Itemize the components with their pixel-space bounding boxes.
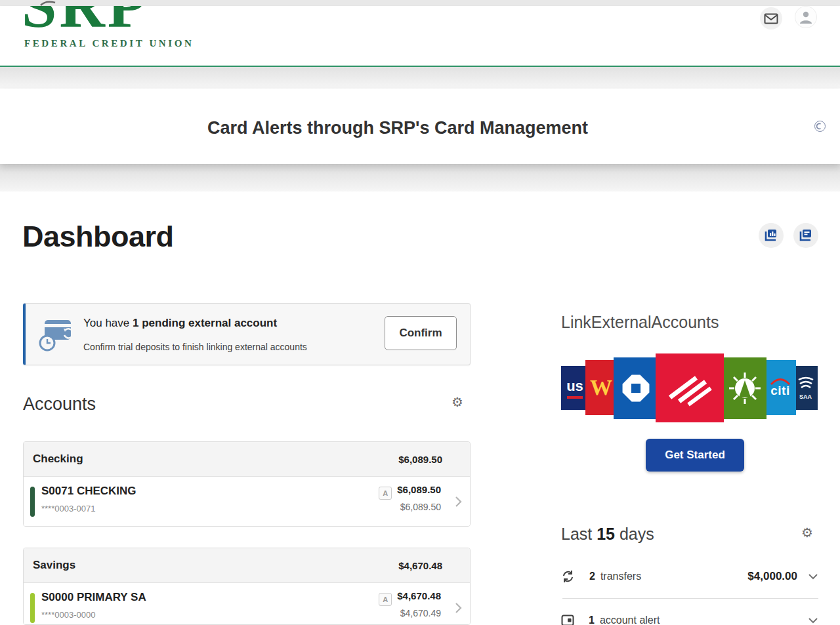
gradient-band-top — [0, 67, 840, 89]
browser-edge-strip — [0, 0, 840, 6]
account-balance: $6,089.50 — [397, 484, 441, 495]
bank-logo-fidelity — [723, 357, 766, 419]
bank-logo-usbank: us — [561, 366, 589, 410]
accounts-settings-gear-icon[interactable]: ⚙ — [452, 395, 463, 409]
bank-logo-citi: citi — [765, 360, 796, 415]
checking-group-header: Checking $6,089.50 — [24, 442, 470, 477]
promo-banner-title: Card Alerts through SRP's Card Managemen… — [0, 118, 795, 138]
transfer-amount: $4,000.00 — [747, 570, 797, 583]
alert-text: You have 1 pending external account — [83, 317, 277, 330]
bank-logo-chase — [614, 357, 658, 419]
alert-subtext: Confirm trial deposits to finish linking… — [83, 342, 307, 352]
account-row-checking[interactable]: S0071 CHECKING ****0003-0071 A$6,089.50 … — [24, 477, 470, 527]
account-balance: $4,670.48 — [397, 590, 441, 601]
savings-group-header: Savings $4,670.48 — [24, 548, 470, 583]
gradient-band-bottom — [0, 164, 840, 192]
mail-icon — [764, 13, 778, 24]
bank-logos-collage: us W citi — [560, 353, 818, 423]
chevron-down-icon[interactable] — [808, 617, 818, 624]
sync-transfers-icon — [561, 570, 575, 583]
account-title: S0071 CHECKING — [41, 485, 136, 498]
alert-badge: A — [379, 487, 392, 500]
get-started-button[interactable]: Get Started — [646, 439, 744, 472]
page-title: Dashboard — [22, 220, 174, 254]
account-available-balance: $6,089.50 — [379, 502, 441, 512]
savings-group-card: Savings $4,670.48 S0000 PRIMARY SA ****0… — [23, 548, 471, 625]
browser-artifact — [38, 0, 58, 6]
usaa-eagle-icon — [797, 376, 815, 393]
alert-label: account alert — [600, 615, 660, 625]
group-name: Savings — [33, 559, 75, 572]
srp-logo: SRP — [22, 6, 148, 37]
chase-octagon-icon — [621, 373, 651, 403]
dashboard-widgets-button[interactable] — [759, 223, 784, 248]
accounts-heading: Accounts — [23, 394, 96, 414]
profile-button[interactable] — [795, 6, 817, 28]
group-name: Checking — [33, 453, 83, 466]
pending-external-account-alert: You have 1 pending external account Conf… — [23, 303, 471, 365]
clock-icon — [816, 123, 824, 130]
account-number: ****0003-0000 — [41, 610, 95, 620]
promo-banner: Card Alerts through SRP's Card Managemen… — [0, 89, 840, 164]
dashboard-news-button[interactable] — [793, 223, 818, 248]
bank-logo-wellsfargo: W — [585, 360, 617, 415]
account-title: S0000 PRIMARY SA — [41, 591, 146, 604]
card-alert-icon — [561, 615, 574, 625]
account-amounts: A$6,089.50 $6,089.50 — [379, 484, 441, 512]
account-available-balance: $4,670.49 — [379, 608, 441, 618]
messages-button[interactable] — [760, 7, 782, 30]
bank-logo-usaa: SAA — [793, 366, 818, 410]
activity-heading: Last 15 days — [561, 525, 654, 544]
chart-board-icon — [765, 229, 778, 242]
document-icon — [799, 229, 812, 242]
account-alert-activity-row[interactable]: 1 account alert — [561, 607, 818, 625]
wallet-clock-icon — [36, 315, 77, 353]
group-total: $4,670.48 — [398, 560, 442, 571]
checking-group-card: Checking $6,089.50 S0071 CHECKING ****00… — [23, 441, 471, 527]
account-number: ****0003-0071 — [41, 504, 95, 514]
alert-count: 1 — [589, 615, 595, 625]
chevron-right-icon — [455, 496, 462, 508]
srp-logo-tagline: FEDERAL CREDIT UNION — [24, 38, 194, 49]
alert-badge: A — [379, 593, 392, 606]
profile-icon — [798, 9, 814, 25]
bank-logo-bankofamerica — [656, 353, 724, 422]
transfer-label: transfers — [600, 571, 641, 582]
fidelity-sun-icon — [728, 371, 762, 405]
account-amounts: A$4,670.48 $4,670.49 — [379, 590, 441, 618]
transfer-count: 2 — [589, 571, 595, 582]
chevron-down-icon[interactable] — [808, 573, 818, 580]
banner-control-button[interactable] — [814, 121, 826, 132]
transfers-activity-row[interactable]: 2 transfers $4,000.00 — [561, 563, 818, 590]
account-accent-bar — [30, 593, 35, 623]
activity-divider — [562, 598, 818, 599]
account-accent-bar — [30, 487, 35, 517]
activity-settings-gear-icon[interactable]: ⚙ — [801, 526, 813, 539]
confirm-button[interactable]: Confirm — [385, 316, 457, 350]
account-row-savings[interactable]: S0000 PRIMARY SA ****0003-0000 A$4,670.4… — [24, 583, 470, 625]
group-total: $6,089.50 — [398, 454, 442, 465]
site-header: SRP FEDERAL CREDIT UNION — [0, 6, 840, 67]
link-external-accounts-heading: LinkExternalAccounts — [561, 313, 719, 332]
chevron-right-icon — [455, 602, 462, 614]
bofa-flag-icon — [666, 369, 713, 408]
